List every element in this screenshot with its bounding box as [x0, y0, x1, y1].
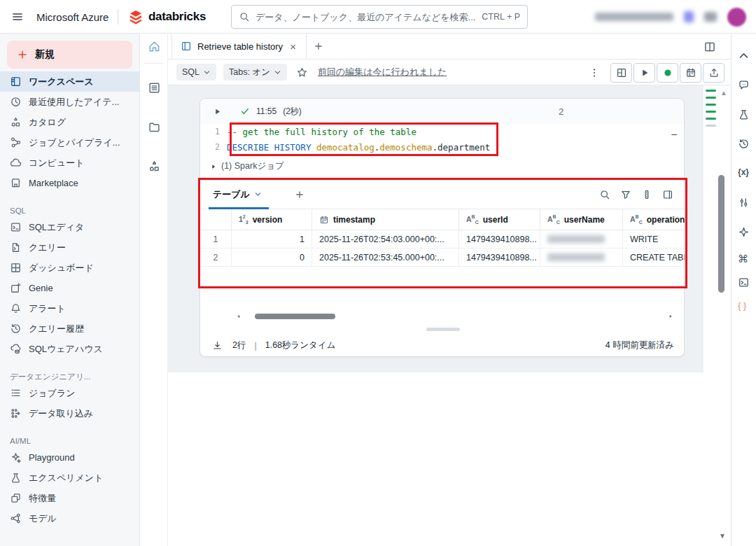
strip-item-catalog[interactable] — [140, 153, 168, 178]
rail-terminal-button[interactable] — [735, 273, 753, 291]
new-button[interactable]: 新規 — [7, 41, 132, 69]
notebook-minimap[interactable] — [706, 90, 717, 132]
avatar[interactable] — [727, 8, 746, 27]
line-number: 1 — [200, 127, 227, 136]
sidebar-item-recents[interactable]: 最近使用したアイテ... — [0, 92, 139, 112]
cell-run-time: 11:55 — [256, 106, 276, 116]
favorite-button[interactable] — [294, 64, 311, 80]
panel-right-icon — [662, 189, 673, 200]
run-cell-button[interactable] — [210, 104, 224, 118]
sidebar-item-features[interactable]: 特徴量 — [0, 488, 139, 508]
column-type-number-icon: 123 — [239, 214, 248, 225]
sidebar-item-marketplace[interactable]: Marketplace — [0, 173, 139, 193]
results-search-button[interactable] — [596, 186, 614, 204]
column-menu-icon — [641, 189, 652, 200]
language-selector[interactable]: SQL — [176, 64, 216, 80]
toolbar-layout-button[interactable] — [610, 63, 632, 83]
tab-close-icon[interactable]: × — [288, 41, 298, 52]
sidebar-item-experiments[interactable]: エクスペリメント — [0, 468, 139, 488]
sidebar-item-data-ingestion[interactable]: データ取り込み — [0, 403, 139, 424]
rail-comment-button[interactable] — [735, 76, 753, 94]
triangle-right-icon — [668, 314, 673, 319]
compute-cloud-icon — [10, 157, 22, 169]
sidebar-item-alerts[interactable]: アラート — [0, 298, 139, 318]
minimap-dash — [706, 90, 716, 92]
toolbar-schedule-button[interactable] — [680, 63, 701, 83]
workspace-name-blurred[interactable] — [595, 13, 673, 21]
global-search[interactable]: CTRL + P — [231, 5, 528, 29]
toolbar-run-all-button[interactable] — [634, 63, 655, 83]
code-text: -- get the full history of the table — [227, 127, 416, 137]
tab-retrieve-table-history[interactable]: Retrieve table history × — [172, 34, 307, 59]
scroll-right-arrow[interactable] — [666, 314, 676, 319]
toolbar-share-button[interactable] — [703, 63, 724, 83]
horizontal-scrollbar[interactable] — [200, 312, 684, 321]
scroll-down-arrow[interactable]: ▼ — [719, 532, 726, 540]
hamburger-menu-button[interactable] — [8, 0, 27, 34]
scroll-up-arrow[interactable]: ▲ — [720, 89, 727, 97]
spark-jobs-toggle[interactable]: (1) Sparkジョブ — [210, 160, 284, 172]
column-header-userId[interactable]: ABCuserId — [459, 209, 540, 230]
sidebar-item-compute[interactable]: コンピュート — [0, 153, 139, 173]
results-tab-table[interactable]: テーブル — [200, 180, 274, 209]
search-input[interactable] — [255, 12, 476, 22]
sidebar-item-models[interactable]: モデル — [0, 508, 139, 528]
strip-item-contents[interactable] — [140, 75, 168, 100]
sidebar-item-genie[interactable]: Genie — [0, 278, 139, 298]
sidebar-item-workspace[interactable]: ワークスペース — [0, 71, 139, 92]
kebab-icon — [589, 67, 600, 78]
rail-query-history-button[interactable] — [735, 134, 753, 153]
tabs-toggle[interactable]: Tabs: オン — [223, 64, 287, 80]
databricks-logo[interactable]: databricks — [128, 0, 206, 34]
sql-warehouse-icon — [10, 343, 22, 355]
new-tab-button[interactable] — [307, 34, 330, 59]
topbar-blurred-icon-2[interactable] — [704, 12, 717, 22]
results-filter-button[interactable] — [617, 186, 635, 204]
sidebar-item-query-history[interactable]: クエリー履歴 — [0, 318, 139, 339]
sidebar-item-dashboards[interactable]: ダッシュボード — [0, 258, 139, 278]
column-header-userName[interactable]: ABCuserName — [540, 209, 623, 230]
sidebar-item-job-runs[interactable]: ジョブラン — [0, 383, 139, 403]
home-icon — [148, 40, 161, 53]
rail-assistant-sparkle-button[interactable] — [735, 223, 753, 241]
hscroll-track[interactable] — [246, 314, 663, 319]
table-row[interactable]: 202025-11-26T02:53:45.000+00:...14794394… — [200, 248, 684, 267]
sidebar-item-jobs-pipelines[interactable]: ジョブとパイプライ... — [0, 132, 139, 153]
rail-command-button[interactable]: ⌘ — [735, 249, 753, 267]
sidebar-item-label: アラート — [29, 302, 66, 315]
sidebar-item-label: データ取り込み — [29, 407, 93, 420]
last-edit-link[interactable]: 前回の編集は今に行われました — [318, 66, 447, 78]
column-header-timestamp[interactable]: timestamp — [312, 209, 459, 230]
sidebar-item-queries[interactable]: クエリー — [0, 237, 139, 258]
table-row[interactable]: 112025-11-26T02:54:03.000+00:...14794394… — [200, 230, 684, 248]
strip-item-folder[interactable] — [140, 114, 168, 139]
rail-experiments-flask-button[interactable] — [735, 105, 753, 123]
download-button[interactable] — [210, 339, 224, 353]
rail-variables-button[interactable]: {x} — [735, 164, 753, 182]
search-shortcut: CTRL + P — [482, 12, 520, 22]
more-options-button[interactable] — [587, 64, 602, 82]
column-header-version[interactable]: 123version — [232, 209, 312, 230]
code-editor[interactable]: 1-- get the full history of the table2DE… — [200, 124, 684, 156]
sidebar-item-sql-editor[interactable]: SQLエディタ — [0, 217, 139, 237]
cell-username — [540, 230, 623, 248]
results-panel-button[interactable] — [659, 186, 677, 204]
rail-chevron-up-button[interactable] — [735, 46, 753, 64]
vertical-scrollbar-thumb[interactable] — [718, 175, 724, 293]
rail-environment-sliders-button[interactable] — [735, 193, 753, 211]
split-view-button[interactable] — [701, 38, 718, 55]
sidebar-item-playground[interactable]: Playground — [0, 447, 139, 468]
column-header-operation[interactable]: ABCoperation — [623, 209, 685, 230]
scroll-left-arrow[interactable] — [234, 314, 244, 319]
topbar-blurred-icon-1[interactable] — [684, 11, 694, 22]
sidebar-item-sql-warehouses[interactable]: SQLウェアハウス — [0, 339, 139, 359]
add-visualization-button[interactable] — [287, 180, 312, 209]
toolbar-cluster-status-button[interactable] — [657, 63, 678, 83]
strip-item-home[interactable] — [140, 34, 168, 59]
runtime-label: 1.68秒ランタイム — [265, 340, 336, 351]
sidebar-item-catalog[interactable]: カタログ — [0, 112, 139, 132]
results-resize-handle[interactable] — [426, 328, 460, 331]
results-columns-button[interactable] — [638, 186, 656, 204]
rail-braces-button[interactable]: { } — [735, 297, 753, 315]
hscroll-thumb[interactable] — [255, 314, 335, 319]
